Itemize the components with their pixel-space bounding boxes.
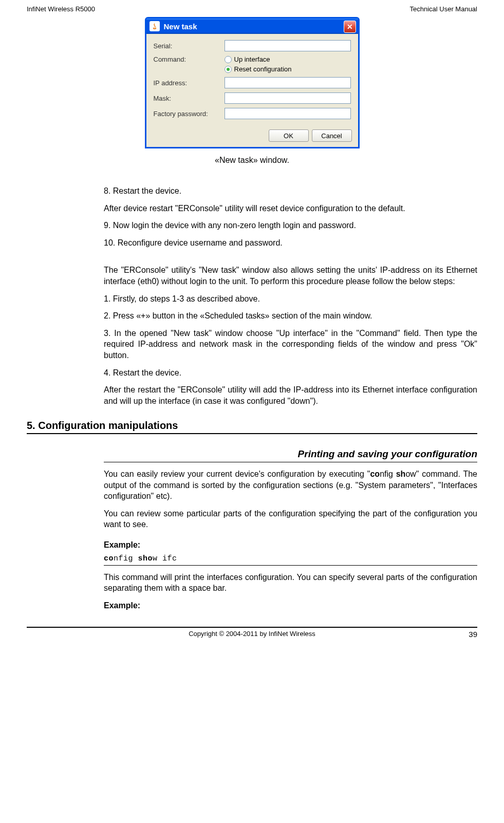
factory-pw-input[interactable] (225, 108, 351, 119)
page-number: 39 (469, 630, 477, 638)
paragraph: You can review some particular parts of … (104, 508, 477, 530)
figure-caption: «New task» window. (27, 156, 477, 165)
java-icon (150, 21, 160, 31)
radio-reset-config[interactable]: Reset configuration (225, 65, 292, 73)
cancel-button[interactable]: Cancel (312, 129, 352, 142)
step-3: 3. In the opened "New task" window choos… (104, 328, 477, 361)
close-icon[interactable]: ✕ (344, 21, 356, 33)
example-label: Example: (104, 600, 477, 611)
sub-heading: Printing and saving your configuration (104, 447, 477, 461)
mask-input[interactable] (225, 92, 351, 104)
paragraph: You can easily review your current devic… (104, 469, 477, 502)
section-heading: 5. Configuration manipulations (27, 420, 477, 432)
section-rule (27, 433, 477, 434)
dialog-titlebar: New task ✕ (146, 18, 358, 34)
paragraph: The "ERConsole" utility's "New task" win… (104, 265, 477, 287)
ip-label: IP address: (154, 79, 225, 87)
header-left: InfiNet Wireless R5000 (27, 5, 95, 13)
step-8: 8. Restart the device. (104, 185, 477, 197)
radio-up-label: Up interface (234, 55, 270, 63)
command-label: Command: (154, 55, 225, 63)
serial-input[interactable] (225, 40, 351, 51)
sub-rule (104, 462, 477, 462)
radio-reset-label: Reset configuration (234, 65, 292, 73)
footer-copyright: Copyright © 2004-2011 by InfiNet Wireles… (189, 630, 315, 638)
mask-label: Mask: (154, 95, 225, 102)
new-task-dialog: New task ✕ Serial: Command: Up interface (145, 17, 360, 148)
header-right: Technical User Manual (409, 5, 477, 13)
radio-icon (225, 56, 232, 63)
step-9: 9. Now login the device with any non-zer… (104, 220, 477, 231)
step-1: 1. Firstly, do steps 1-3 as described ab… (104, 293, 477, 305)
example-label: Example: (104, 539, 477, 551)
radio-icon (225, 66, 232, 73)
step-4: 4. Restart the device. (104, 367, 477, 379)
paragraph: After device restart "ERConsole" utility… (104, 203, 477, 214)
factory-pw-label: Factory password: (154, 110, 225, 118)
radio-up-interface[interactable]: Up interface (225, 55, 292, 63)
ok-button[interactable]: OK (269, 129, 309, 142)
step-2: 2. Press «+» button in the «Scheduled ta… (104, 310, 477, 322)
step-10: 10. Reconfigure device username and pass… (104, 237, 477, 249)
paragraph: This command will print the interfaces c… (104, 572, 477, 594)
paragraph: After the restart the "ERConsole" utilit… (104, 384, 477, 406)
dialog-title: New task (164, 22, 197, 31)
code-example: config show ifc (104, 554, 477, 566)
serial-label: Serial: (154, 42, 225, 50)
ip-input[interactable] (225, 77, 351, 88)
